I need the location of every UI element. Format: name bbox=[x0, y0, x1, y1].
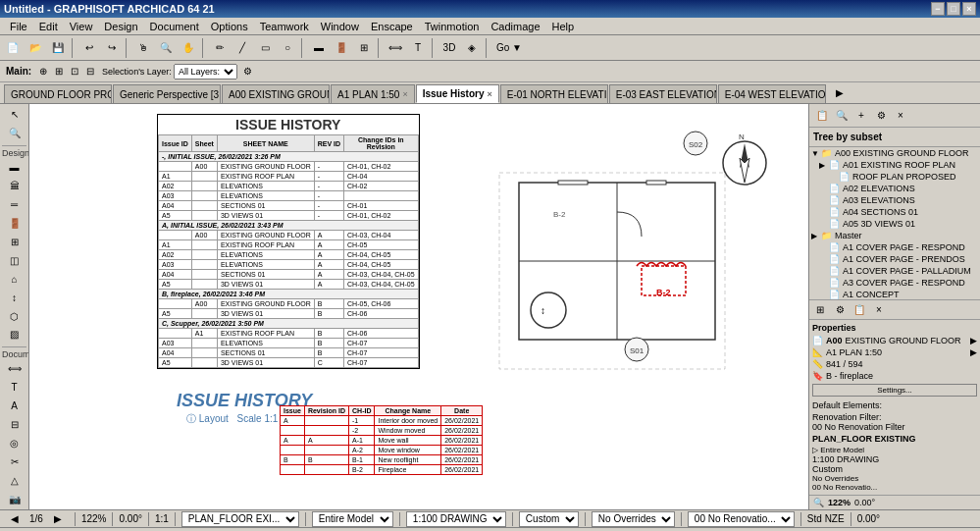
drawing-select[interactable]: 1:100 DRAWING bbox=[406, 511, 506, 527]
menu-document[interactable]: Document bbox=[144, 21, 205, 32]
line-btn[interactable]: ╱ bbox=[232, 37, 253, 59]
roof-tool[interactable]: ⌂ bbox=[3, 270, 26, 288]
object-tool[interactable]: ⬡ bbox=[3, 307, 26, 325]
stair-tool[interactable]: ↕ bbox=[3, 289, 26, 306]
more-tabs-btn[interactable]: ▶ bbox=[829, 82, 851, 103]
menu-enscape[interactable]: Enscape bbox=[365, 21, 419, 32]
next-page-btn[interactable]: ▶ bbox=[47, 509, 69, 527]
tree-item-cover1[interactable]: 📄 A1 COVER PAGE - RESPOND bbox=[809, 241, 980, 253]
tab-e04[interactable]: E-04 WEST ELEVATION [E-0...] bbox=[718, 84, 826, 103]
arrow-tool[interactable]: ↖ bbox=[3, 106, 26, 124]
menu-design[interactable]: Design bbox=[98, 21, 143, 32]
window-tool[interactable]: ⊞ bbox=[3, 233, 26, 250]
tree-item-concept1[interactable]: 📄 A1 CONCEPT bbox=[809, 289, 980, 299]
menu-edit[interactable]: Edit bbox=[33, 21, 64, 32]
tab-close-4[interactable]: × bbox=[402, 89, 407, 99]
dim-tool[interactable]: ⟺ bbox=[3, 360, 26, 378]
menu-view[interactable]: View bbox=[64, 21, 99, 32]
tab-a00[interactable]: A00 EXISTING GROUND FL... × bbox=[222, 84, 330, 103]
close-button[interactable]: × bbox=[962, 2, 976, 16]
select-all-btn[interactable]: ⊟ bbox=[82, 63, 98, 80]
3d-btn[interactable]: 3D bbox=[438, 37, 460, 59]
tree-item-a03[interactable]: 📄 A03 ELEVATIONS bbox=[809, 194, 980, 206]
tree-item-a02[interactable]: 📄 A02 ELEVATIONS bbox=[809, 183, 980, 194]
tree-item-master[interactable]: ▶ 📁 Master bbox=[809, 230, 980, 241]
menu-cadimage[interactable]: Cadimage bbox=[485, 21, 545, 32]
floor-select[interactable]: PLAN_FLOOR EXI... bbox=[181, 511, 299, 527]
detail-tool[interactable]: ◎ bbox=[3, 435, 26, 452]
renov-select[interactable]: 00 No Renovatio... bbox=[688, 511, 795, 527]
undo-btn[interactable]: ↩ bbox=[78, 37, 100, 59]
tree-item-cover4[interactable]: 📄 A3 COVER PAGE - RESPOND bbox=[809, 277, 980, 289]
canvas-area[interactable]: ISSUE HISTORY Issue ID Sheet SHEET NAME … bbox=[29, 104, 808, 509]
settings-button[interactable]: Settings... bbox=[812, 384, 977, 397]
camera-tool[interactable]: 📷 bbox=[3, 490, 26, 507]
slab-tool[interactable]: ◫ bbox=[3, 251, 26, 269]
panel-btn-3[interactable]: + bbox=[852, 107, 870, 125]
menu-teamwork[interactable]: Teamwork bbox=[254, 21, 315, 32]
tab-a1-plan[interactable]: A1 PLAN 1:50 × bbox=[331, 84, 415, 103]
panel-btn-5[interactable]: × bbox=[892, 107, 909, 125]
zone-tool[interactable]: ⊟ bbox=[3, 416, 26, 434]
tree-item-cover2[interactable]: 📄 A1 COVER PAGE - PRENDOS bbox=[809, 253, 980, 265]
fill-tool[interactable]: ▨ bbox=[3, 326, 26, 344]
beam-tool[interactable]: ═ bbox=[3, 196, 26, 214]
tree-item-roof-plan[interactable]: 📄 ROOF PLAN PROPOSED bbox=[809, 171, 980, 183]
model-select[interactable]: Entire Model bbox=[312, 511, 393, 527]
tree-item-cover3[interactable]: 📄 A1 COVER PAGE - PALLADIUM bbox=[809, 265, 980, 277]
tree-expand-a01[interactable]: ▶ bbox=[819, 161, 829, 170]
column-tool[interactable]: 🏛 bbox=[3, 178, 26, 195]
dim-btn[interactable]: ⟺ bbox=[385, 37, 406, 59]
text-tool[interactable]: T bbox=[3, 379, 26, 397]
panel-btn-2[interactable]: 🔍 bbox=[833, 107, 851, 125]
new-btn[interactable]: 📄 bbox=[2, 37, 24, 59]
tree-item-a00[interactable]: ▼ 📁 A00 EXISTING GROUND FLOOR bbox=[809, 147, 980, 159]
zoom-in-tool[interactable]: 🔍 bbox=[3, 125, 26, 142]
menu-options[interactable]: Options bbox=[205, 21, 254, 32]
label-tool[interactable]: A bbox=[3, 398, 26, 415]
panel-btn-1[interactable]: 📋 bbox=[813, 107, 831, 125]
wall-btn[interactable]: ▬ bbox=[308, 37, 330, 59]
layer-settings-btn[interactable]: ⚙ bbox=[239, 63, 256, 80]
text-btn[interactable]: T bbox=[407, 37, 429, 59]
overrides-select[interactable]: No Overrides bbox=[592, 511, 675, 527]
draw-btn[interactable]: ✏ bbox=[209, 37, 231, 59]
tree-expand-a00[interactable]: ▼ bbox=[811, 149, 821, 158]
tree-view[interactable]: ▼ 📁 A00 EXISTING GROUND FLOOR ▶ 📄 A01 EX… bbox=[809, 147, 980, 299]
rect-btn[interactable]: ▭ bbox=[254, 37, 276, 59]
custom-select[interactable]: Custom bbox=[519, 511, 579, 527]
prev-page-btn[interactable]: ◀ bbox=[4, 509, 26, 527]
tab-ground-floor-prop[interactable]: GROUND FLOOR PROP... × bbox=[4, 84, 112, 103]
tab-generic-perspective[interactable]: Generic Perspective [3D / All] × bbox=[113, 84, 221, 103]
render-btn[interactable]: ◈ bbox=[461, 37, 483, 59]
menu-help[interactable]: Help bbox=[546, 21, 581, 32]
tab-e03[interactable]: E-03 EAST ELEVATION [E-03 ...] bbox=[609, 84, 717, 103]
window-btn[interactable]: ⊞ bbox=[353, 37, 375, 59]
prop-btn3[interactable]: 📋 bbox=[851, 301, 868, 319]
layer-select[interactable]: All Layers: bbox=[174, 64, 237, 80]
elev-tool[interactable]: △ bbox=[3, 471, 26, 489]
door-btn[interactable]: 🚪 bbox=[331, 37, 352, 59]
prop-btn4[interactable]: × bbox=[870, 301, 888, 319]
tree-item-a01[interactable]: ▶ 📄 A01 EXISTING ROOF PLAN bbox=[809, 159, 980, 171]
tab-issue-history[interactable]: Issue History × bbox=[416, 84, 499, 103]
maximize-button[interactable]: □ bbox=[947, 2, 960, 16]
circle-btn[interactable]: ○ bbox=[277, 37, 298, 59]
minimize-button[interactable]: − bbox=[931, 2, 945, 16]
section-tool[interactable]: ✂ bbox=[3, 452, 26, 470]
open-btn[interactable]: 📂 bbox=[25, 37, 46, 59]
tab-e01[interactable]: E-01 NORTH ELEVATION bbox=[500, 84, 608, 103]
snap-btn[interactable]: ⊕ bbox=[35, 63, 51, 80]
save-btn[interactable]: 💾 bbox=[47, 37, 69, 59]
grid-btn[interactable]: ⊡ bbox=[67, 63, 82, 80]
select-btn[interactable]: 🖱 bbox=[132, 37, 154, 59]
layer-btn[interactable]: ⊞ bbox=[51, 63, 67, 80]
prop-btn2[interactable]: ⚙ bbox=[831, 301, 849, 319]
prop-btn1[interactable]: ⊞ bbox=[811, 301, 829, 319]
pan-btn[interactable]: ✋ bbox=[178, 37, 199, 59]
menu-twinmotion[interactable]: Twinmotion bbox=[419, 21, 486, 32]
menu-file[interactable]: File bbox=[4, 21, 33, 32]
tree-item-a04[interactable]: 📄 A04 SECTIONS 01 bbox=[809, 206, 980, 218]
zoom-btn[interactable]: 🔍 bbox=[155, 37, 177, 59]
door-tool[interactable]: 🚪 bbox=[3, 215, 26, 233]
